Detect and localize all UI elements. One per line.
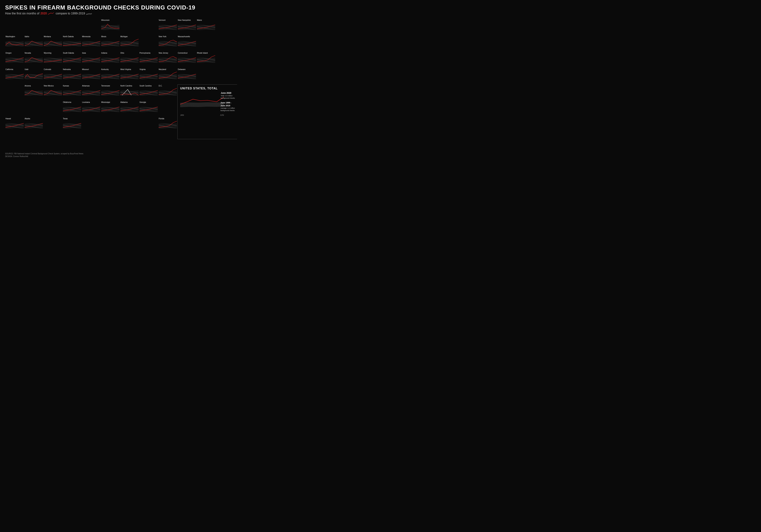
state-cell-arizona: Arizona (24, 85, 43, 97)
state-label-maine: Maine (197, 19, 202, 21)
state-label-new-york: New York (159, 35, 166, 37)
state-cell-nevada: Nevada (24, 52, 43, 64)
us-june1999-annotation: June 1999 -June 2019Average: 1.1 million… (220, 101, 235, 112)
footer: SOURCE: FBI National Instant Criminal Ba… (5, 152, 232, 158)
state-label-indiana: Indiana (101, 52, 107, 54)
state-cell-south-carolina: South Carolina (139, 85, 158, 97)
spark-nebraska (63, 71, 81, 80)
spark-south-dakota (63, 54, 81, 64)
state-cell-alabama: Alabama (120, 101, 139, 113)
state-cell-kentucky: Kentucky (101, 68, 120, 81)
spark-west-virginia (120, 71, 139, 80)
state-cell-new-york: New York (158, 35, 177, 48)
state-label-west-virginia: West Virginia (120, 68, 131, 70)
state-label-colorado: Colorado (44, 68, 51, 70)
spark-connecticut (178, 54, 196, 64)
spark-vermont (159, 22, 177, 31)
spark-wisconsin (101, 22, 119, 31)
state-cell-ohio: Ohio (120, 52, 139, 64)
state-label-rhode-island: Rhode Island (197, 52, 208, 54)
spark-delaware (178, 71, 196, 80)
state-label-nebraska: Nebraska (63, 68, 71, 70)
spark-new-york (159, 38, 177, 47)
state-cell-delaware: Delaware (177, 68, 197, 81)
state-label-louisiana: Louisiana (82, 101, 90, 103)
state-label-texas: Texas (63, 118, 68, 120)
spark-tennessee (101, 87, 119, 97)
spark-north-dakota (63, 38, 81, 47)
state-label-alaska: Alaska (25, 118, 30, 120)
state-label-dc.: D.C. (159, 85, 162, 87)
state-label-iowa: Iowa (82, 52, 86, 54)
state-cell-virginia: Virginia (139, 68, 158, 81)
state-label-idaho: Idaho (25, 35, 29, 37)
spark-colorado (44, 71, 62, 80)
state-cell-kansas: Kansas (63, 85, 82, 97)
state-label-massachusetts: Massachusetts (178, 35, 190, 37)
spark-montana (44, 38, 62, 47)
state-cell-texas: Texas (63, 117, 82, 130)
state-cell-south-dakota: South Dakota (63, 52, 82, 64)
state-label-maryland: Maryland (159, 68, 166, 70)
state-label-kansas: Kansas (63, 85, 69, 87)
spark-north-carolina (120, 87, 139, 97)
state-cell-new-mexico: New Mexico (43, 85, 63, 97)
state-label-connecticut: Connecticut (178, 52, 188, 54)
state-cell-west-virginia: West Virginia (120, 68, 139, 81)
spark-hawaii (6, 120, 24, 130)
state-cell-maryland: Maryland (158, 68, 177, 81)
state-cell-oregon: Oregon (5, 52, 24, 64)
spark-washington (6, 38, 24, 47)
state-label-minnesota: Minnesota (82, 35, 90, 37)
state-label-washington: Washington (6, 35, 15, 37)
spark-idaho (25, 38, 43, 47)
state-cell-new-jersey: New Jersey (158, 52, 177, 64)
state-label-arizona: Arizona (25, 85, 31, 87)
spark-virginia (140, 71, 158, 80)
state-label-california: California (6, 68, 13, 70)
state-label-missouri: Missouri (82, 68, 89, 70)
spark-minnesota (82, 38, 100, 47)
spark-texas (63, 120, 81, 130)
legend-line-historical-icon (86, 12, 93, 15)
state-label-delaware: Delaware (178, 68, 186, 70)
state-label-illinois: Illinois (101, 35, 106, 37)
spark-iowa (82, 54, 100, 64)
state-cell-montana: Montana (43, 35, 63, 48)
spark-maryland (159, 71, 177, 80)
state-label-north-dakota: North Dakota (63, 35, 74, 37)
state-cell-washington: Washington (5, 35, 24, 48)
spark-oklahoma (63, 104, 81, 113)
spark-louisiana (82, 104, 100, 113)
spark-illinois (101, 38, 119, 47)
spark-oregon (6, 54, 24, 64)
spark-michigan (120, 38, 139, 47)
state-cell-colorado: Colorado (43, 68, 63, 81)
state-label-kentucky: Kentucky (101, 68, 109, 70)
spark-missouri (82, 71, 100, 80)
state-cell-florida: Florida (158, 117, 177, 130)
footer-design: DESIGN: Connor Rothschild (5, 155, 232, 158)
state-label-pennsylvania: Pennsylvania (140, 52, 150, 54)
state-label-new-jersey: New Jersey (159, 52, 168, 54)
spark-kansas (63, 87, 81, 97)
spark-california (6, 71, 24, 80)
spark-pennsylvania (140, 54, 158, 64)
state-cell-oklahoma: Oklahoma (63, 101, 82, 113)
legend-line-2020-icon (48, 12, 55, 15)
spark-rhode-island (197, 54, 215, 64)
us-june2020-annotation: June 2020Total: 3.9 millionbackground ch… (221, 91, 235, 99)
page-title: SPIKES IN FIREARM BACKGROUND CHECKS DURI… (5, 4, 232, 11)
spark-south-carolina (140, 87, 158, 97)
spark-new-hampshire (178, 22, 196, 31)
state-cell-georgia: Georgia (139, 101, 158, 113)
state-label-virginia: Virginia (140, 68, 146, 70)
state-cell-nebraska: Nebraska (63, 68, 82, 81)
state-cell-north-dakota: North Dakota (63, 35, 82, 48)
state-label-florida: Florida (159, 118, 164, 120)
state-label-vermont: Vermont (159, 19, 165, 21)
spark-massachusetts (178, 38, 196, 47)
state-cell-wisconsin: Wisconsin (101, 19, 120, 31)
spark-mississippi (101, 104, 119, 113)
state-label-montana: Montana (44, 35, 51, 37)
